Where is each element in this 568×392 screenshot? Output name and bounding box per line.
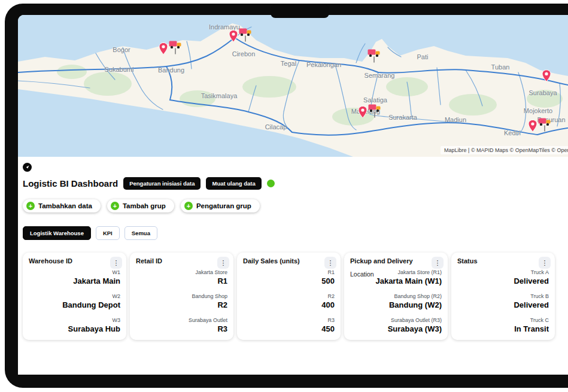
card-title: Warehouse ID	[29, 257, 120, 265]
row-value: In Transit	[514, 324, 549, 333]
compass-icon[interactable]	[23, 163, 32, 172]
action-button-tambahkan-data[interactable]: +Tambahkan data	[23, 199, 101, 212]
map-city-label-surabaya: Surabaya	[528, 89, 557, 96]
card-title: Pickup and Delivery	[350, 257, 442, 265]
action-button-tambah-grup[interactable]: +Tambah grup	[107, 199, 174, 212]
card-warehouse-id: Warehouse ID⋮W1Jakarta MainW2Bandung Dep…	[23, 253, 126, 340]
row-label: W1	[73, 269, 120, 275]
row-label: Jakarta Store	[195, 269, 227, 275]
row-value: Surabaya Hub	[68, 324, 120, 333]
kebab-menu-icon[interactable]: ⋮	[217, 257, 229, 269]
row-value: 400	[321, 300, 335, 309]
card-row: Bandung ShopR2	[192, 293, 227, 309]
tabs-row: Logistik WarehouseKPISemua	[23, 226, 568, 240]
cards-row: Warehouse ID⋮W1Jakarta MainW2Bandung Dep…	[23, 253, 568, 340]
kebab-menu-icon[interactable]: ⋮	[110, 257, 122, 269]
truck-pin-marker[interactable]	[358, 103, 382, 118]
row-value: R2	[192, 300, 227, 309]
device-frame: IndramayuCirebonBogorSukabumiBandungTega…	[5, 4, 568, 388]
row-label: Bandung Shop (R2)	[389, 293, 442, 299]
kebab-menu-icon[interactable]: ⋮	[432, 257, 444, 269]
card-daily-sales-units: Daily Sales (units)⋮R1500R2400R3450	[237, 253, 341, 340]
card-row: W3Surabaya Hub	[68, 317, 120, 333]
map-city-label-sukabumi: Sukabumi	[105, 66, 134, 73]
dashboard: Logistic BI Dashboard Pengaturan inisias…	[18, 157, 568, 375]
kebab-menu-icon[interactable]: ⋮	[324, 257, 336, 269]
tab-logistik-warehouse[interactable]: Logistik Warehouse	[23, 226, 91, 240]
tab-kpi[interactable]: KPI	[96, 226, 120, 240]
map-city-label-kediri: Kediri	[504, 129, 521, 136]
card-title: Status	[457, 257, 549, 265]
card-body: R1500R2400R3450	[243, 269, 335, 333]
action-button-pengaturan-grup[interactable]: +Pengaturan grup	[181, 199, 260, 212]
card-row: W1Jakarta Main	[73, 269, 120, 285]
map-city-label-cirebon: Cirebon	[232, 50, 256, 57]
row-label: Surabaya Outlet (R3)	[388, 317, 442, 323]
row-label: Truck C	[514, 317, 549, 323]
action-label: Pengaturan grup	[196, 202, 251, 209]
plus-icon: +	[184, 202, 193, 210]
row-value: Bandung (W2)	[389, 300, 442, 309]
card-row: Truck BDelivered	[514, 293, 549, 309]
map-tiles	[18, 15, 568, 157]
row-value: Delivered	[514, 276, 549, 285]
card-retail-id: Retail ID⋮Jakarta StoreR1Bandung ShopR2S…	[130, 253, 233, 340]
map-city-label-pekalongan: Pekalongan	[306, 61, 341, 68]
row-label: R2	[321, 293, 335, 299]
row-label: R3	[321, 317, 335, 323]
muat-ulang-data-button[interactable]: Muat ulang data	[206, 177, 261, 190]
row-label: Truck A	[514, 269, 549, 275]
map[interactable]: IndramayuCirebonBogorSukabumiBandungTega…	[18, 15, 568, 157]
status-dot	[267, 180, 275, 187]
row-value: 450	[321, 324, 335, 333]
row-label: Surabaya Outlet	[189, 317, 227, 323]
row-label: Bandung Shop	[192, 293, 227, 299]
card-body: Jakarta StoreR1Bandung ShopR2Surabaya Ou…	[136, 269, 227, 333]
app-content: IndramayuCirebonBogorSukabumiBandungTega…	[18, 15, 568, 375]
row-label: R1	[321, 269, 335, 275]
plus-icon: +	[26, 202, 35, 210]
card-body: W1Jakarta MainW2Bandung DepotW3Surabaya …	[29, 269, 120, 333]
card-row: Surabaya OutletR3	[189, 317, 227, 333]
map-city-label-salatiga: Salatiga	[363, 96, 387, 104]
row-value: R1	[195, 276, 227, 285]
pin-marker[interactable]	[542, 69, 551, 83]
truck-marker[interactable]	[367, 48, 381, 63]
card-row: Bandung Shop (R2)Bandung (W2)	[389, 293, 442, 309]
card-side-label: Location	[350, 271, 374, 278]
map-city-label-bandung: Bandung	[158, 66, 184, 74]
card-title: Daily Sales (units)	[243, 257, 335, 265]
row-value: Delivered	[514, 300, 549, 309]
truck-pin-marker[interactable]	[229, 27, 253, 42]
map-city-label-surakarta: Surakarta	[388, 114, 417, 121]
row-value: Bandung Depot	[62, 300, 120, 309]
card-row: R1500	[321, 269, 335, 285]
card-body: Truck ADeliveredTruck BDeliveredTruck CI…	[457, 269, 549, 333]
card-body: LocationJakarta Store (R1)Jakarta Main (…	[350, 269, 442, 333]
map-attribution: MapLibre | © MAPID Maps © OpenMapTiles ©…	[441, 146, 568, 154]
card-row: R3450	[321, 317, 335, 333]
top-handle	[271, 5, 329, 18]
map-city-label-semarang: Semarang	[365, 72, 395, 79]
row-label: W3	[68, 317, 120, 323]
map-city-label-tegal: Tegal	[281, 60, 296, 67]
kebab-menu-icon[interactable]: ⋮	[539, 257, 551, 269]
card-row: Jakarta StoreR1	[195, 269, 227, 285]
row-value: Jakarta Main	[73, 276, 120, 285]
pengaturan-inisiasi-data-button[interactable]: Pengaturan inisiasi data	[123, 177, 201, 190]
card-pickup-and-delivery: Pickup and Delivery⋮LocationJakarta Stor…	[344, 253, 448, 340]
card-row: Jakarta Store (R1)Jakarta Main (W1)	[375, 269, 442, 285]
actions-row: +Tambahkan data+Tambah grup+Pengaturan g…	[23, 199, 568, 212]
page-title: Logistic BI Dashboard	[23, 178, 118, 189]
map-city-label-tasikmalaya: Tasikmalaya	[201, 92, 238, 99]
row-value: 500	[321, 276, 335, 285]
truck-pin-marker[interactable]	[159, 39, 183, 55]
action-label: Tambahkan data	[38, 202, 92, 209]
map-city-label-cilacap: Cilacap	[265, 123, 287, 130]
tab-semua[interactable]: Semua	[124, 226, 157, 240]
card-row: Surabaya Outlet (R3)Surabaya (W3)	[388, 317, 442, 333]
truck-pin-marker[interactable]	[528, 117, 552, 132]
row-value: Jakarta Main (W1)	[375, 276, 442, 285]
row-value: Surabaya (W3)	[388, 324, 442, 333]
map-city-label-madiun: Madiun	[445, 116, 466, 123]
